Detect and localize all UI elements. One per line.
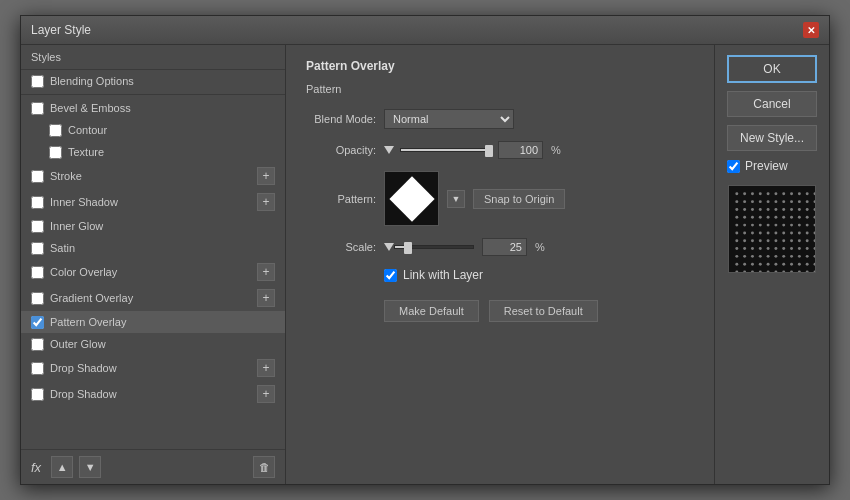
svg-point-29 xyxy=(782,208,785,211)
svg-point-102 xyxy=(751,263,754,266)
svg-point-74 xyxy=(790,239,793,242)
opacity-slider[interactable] xyxy=(400,148,490,152)
scale-row: Scale: % xyxy=(306,238,694,256)
gradient-overlay-add-button[interactable]: + xyxy=(257,289,275,307)
title-bar: Layer Style ✕ xyxy=(21,16,829,45)
delete-button[interactable]: 🗑 xyxy=(253,456,275,478)
sidebar-item-blending-options[interactable]: Blending Options xyxy=(21,70,285,92)
blending-options-checkbox[interactable] xyxy=(31,75,44,88)
svg-point-106 xyxy=(782,263,785,266)
opacity-input[interactable] xyxy=(498,141,543,159)
sidebar-item-inner-shadow[interactable]: Inner Shadow + xyxy=(21,189,285,215)
color-overlay-label: Color Overlay xyxy=(50,266,257,278)
preview-box: // Will be generated by JS below xyxy=(728,185,816,273)
link-with-layer-row: Link with Layer xyxy=(384,268,694,282)
contour-checkbox[interactable] xyxy=(49,124,62,137)
reset-to-default-button[interactable]: Reset to Default xyxy=(489,300,598,322)
panel-title: Pattern Overlay xyxy=(306,59,694,73)
satin-label: Satin xyxy=(50,242,275,254)
outer-glow-checkbox[interactable] xyxy=(31,338,44,351)
make-default-button[interactable]: Make Default xyxy=(384,300,479,322)
opacity-slider-handle[interactable] xyxy=(384,146,394,154)
svg-point-109 xyxy=(806,263,809,266)
svg-point-105 xyxy=(774,263,777,266)
scale-input[interactable] xyxy=(482,238,527,256)
sidebar-item-color-overlay[interactable]: Color Overlay + xyxy=(21,259,285,285)
svg-point-72 xyxy=(774,239,777,242)
pattern-overlay-checkbox[interactable] xyxy=(31,316,44,329)
cancel-button[interactable]: Cancel xyxy=(727,91,817,117)
svg-rect-0 xyxy=(729,186,815,272)
blend-mode-row: Blend Mode: Normal Dissolve Multiply Scr… xyxy=(306,109,694,129)
drop-shadow-2-checkbox[interactable] xyxy=(31,388,44,401)
svg-point-83 xyxy=(774,247,777,250)
drop-shadow-2-add-button[interactable]: + xyxy=(257,385,275,403)
svg-point-42 xyxy=(798,216,801,219)
action-buttons: Make Default Reset to Default xyxy=(384,300,694,322)
sidebar-item-stroke[interactable]: Stroke + xyxy=(21,163,285,189)
svg-point-16 xyxy=(767,200,770,203)
drop-shadow-1-add-button[interactable]: + xyxy=(257,359,275,377)
drop-shadow-1-checkbox[interactable] xyxy=(31,362,44,375)
satin-checkbox[interactable] xyxy=(31,242,44,255)
sidebar-item-outer-glow[interactable]: Outer Glow xyxy=(21,333,285,355)
inner-shadow-checkbox[interactable] xyxy=(31,196,44,209)
inner-shadow-add-button[interactable]: + xyxy=(257,193,275,211)
svg-point-93 xyxy=(767,255,770,258)
sidebar-item-drop-shadow-2[interactable]: Drop Shadow + xyxy=(21,381,285,407)
svg-point-49 xyxy=(767,224,770,227)
inner-glow-checkbox[interactable] xyxy=(31,220,44,233)
stroke-add-button[interactable]: + xyxy=(257,167,275,185)
move-down-button[interactable]: ▼ xyxy=(79,456,101,478)
ok-button[interactable]: OK xyxy=(727,55,817,83)
sidebar-item-bevel-emboss[interactable]: Bevel & Emboss xyxy=(21,97,285,119)
sidebar-item-contour[interactable]: Contour xyxy=(21,119,285,141)
preview-label: Preview xyxy=(745,159,788,173)
color-overlay-checkbox[interactable] xyxy=(31,266,44,279)
svg-point-3 xyxy=(751,192,754,195)
scale-slider-handle-arrow[interactable] xyxy=(384,243,394,251)
pattern-label: Pattern: xyxy=(306,193,376,205)
scale-slider[interactable] xyxy=(394,245,474,249)
sidebar-item-drop-shadow-1[interactable]: Drop Shadow + xyxy=(21,355,285,381)
move-up-button[interactable]: ▲ xyxy=(51,456,73,478)
svg-point-52 xyxy=(790,224,793,227)
blend-mode-select[interactable]: Normal Dissolve Multiply Screen Overlay xyxy=(384,109,514,129)
scale-slider-container[interactable] xyxy=(384,241,474,253)
new-style-button[interactable]: New Style... xyxy=(727,125,817,151)
sidebar-item-pattern-overlay[interactable]: Pattern Overlay xyxy=(21,311,285,333)
sidebar-item-texture[interactable]: Texture xyxy=(21,141,285,163)
svg-point-25 xyxy=(751,208,754,211)
svg-point-73 xyxy=(782,239,785,242)
svg-point-36 xyxy=(751,216,754,219)
svg-point-101 xyxy=(743,263,746,266)
sidebar-item-inner-glow[interactable]: Inner Glow xyxy=(21,215,285,237)
link-with-layer-checkbox[interactable] xyxy=(384,269,397,282)
svg-point-54 xyxy=(806,224,809,227)
preview-checkbox[interactable] xyxy=(727,160,740,173)
svg-point-59 xyxy=(759,231,762,234)
snap-to-origin-button[interactable]: Snap to Origin xyxy=(473,189,565,209)
gradient-overlay-checkbox[interactable] xyxy=(31,292,44,305)
bevel-emboss-label: Bevel & Emboss xyxy=(50,102,275,114)
svg-point-37 xyxy=(759,216,762,219)
contour-label: Contour xyxy=(68,124,275,136)
texture-checkbox[interactable] xyxy=(49,146,62,159)
color-overlay-add-button[interactable]: + xyxy=(257,263,275,281)
sidebar-item-satin[interactable]: Satin xyxy=(21,237,285,259)
blending-options-label: Blending Options xyxy=(50,75,275,87)
bevel-emboss-checkbox[interactable] xyxy=(31,102,44,115)
pattern-dropdown-button[interactable]: ▼ xyxy=(447,190,465,208)
svg-point-75 xyxy=(798,239,801,242)
svg-point-81 xyxy=(759,247,762,250)
drop-shadow-2-label: Drop Shadow xyxy=(50,388,257,400)
stroke-checkbox[interactable] xyxy=(31,170,44,183)
svg-point-51 xyxy=(782,224,785,227)
svg-point-70 xyxy=(759,239,762,242)
svg-point-38 xyxy=(767,216,770,219)
gradient-overlay-label: Gradient Overlay xyxy=(50,292,257,304)
sidebar-item-gradient-overlay[interactable]: Gradient Overlay + xyxy=(21,285,285,311)
svg-point-100 xyxy=(735,263,738,266)
close-button[interactable]: ✕ xyxy=(803,22,819,38)
dialog-body: Styles Blending Options Bevel & Emboss C… xyxy=(21,45,829,484)
